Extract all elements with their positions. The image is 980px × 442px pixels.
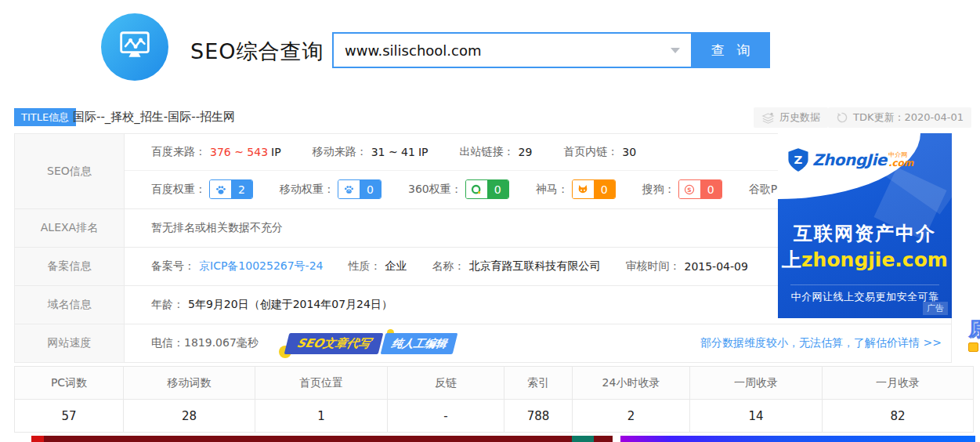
sogou-weight-badge[interactable]: S 0: [678, 179, 722, 199]
seo-query-page: SEO综合查询 查 询 TITLE信息 国际--_择校_招生-国际--招生网 历…: [0, 0, 980, 442]
ad-tag-label: 广告: [923, 302, 948, 315]
sticker-yellow-block: [968, 342, 978, 352]
zhongjie-ad-banner[interactable]: Z ZhongJie 中介网 .com 互联网资产中介 上zhongjie.co…: [778, 133, 952, 318]
mobile-traffic: 移动来路： 31 ~ 41 IP: [313, 145, 429, 159]
baidu-weight-badge[interactable]: 2: [209, 179, 253, 199]
row-speed: 网站速度 电信：1819.067毫秒 SEO文章代写 纯人工编辑 部分数据维度较…: [15, 324, 951, 362]
stats-value-row: 57 28 1 - 788 2 14 82: [15, 400, 973, 432]
search-input[interactable]: [332, 32, 691, 68]
icp-company-name: 北京育路互联科技有限公司: [468, 259, 600, 274]
shenma-weight: 神马： 0: [536, 179, 616, 199]
sogou-weight-label: 搜狗：: [642, 183, 675, 197]
icp-nature-group: 性质： 企业: [348, 259, 407, 274]
search-bar: 查 询: [332, 32, 770, 68]
stats-header-row: PC词数 移动词数 首页位置 反链 索引 24小时收录 一周收录 一月收录: [15, 367, 973, 400]
baidu-traffic-value: 376 ~ 543: [210, 146, 268, 158]
stats-value: 788: [504, 400, 573, 432]
history-data-button[interactable]: 历史数据: [754, 107, 828, 128]
sogou-weight: 搜狗： S 0: [642, 179, 722, 199]
title-info-badge: TITLE信息: [14, 108, 76, 126]
baidu-weight-label: 百度权重：: [151, 183, 206, 197]
search-box: [332, 32, 691, 68]
icp-name-group: 名称： 北京育路互联科技有限公司: [432, 259, 600, 274]
baidu-paw-icon: [210, 180, 231, 198]
page-title: SEO综合查询: [190, 38, 324, 66]
360-weight-badge[interactable]: 0: [465, 179, 509, 199]
icp-audit-label: 审核时间：: [625, 259, 680, 274]
shenma-weight-label: 神马：: [536, 183, 569, 197]
floating-sticker-ad[interactable]: 原: [968, 316, 980, 352]
promo-left-label: SEO文章代写: [295, 336, 372, 351]
sogou-weight-value: 0: [700, 180, 721, 198]
mobile-traffic-value: 31 ~ 41: [371, 146, 415, 158]
refresh-icon: [836, 111, 848, 124]
row-label-speed: 网站速度: [15, 324, 125, 362]
icp-number-label: 备案号：: [151, 259, 195, 274]
query-button[interactable]: 查 询: [691, 32, 770, 68]
estimate-detail-link[interactable]: 部分数据维度较小，无法估算，了解估价详情 >>: [700, 336, 951, 350]
stats-col-header: 一周收录: [690, 367, 823, 399]
stats-col-header: 移动词数: [124, 367, 255, 399]
stats-col-header: PC词数: [15, 367, 124, 399]
icp-audit-group: 审核时间： 2015-04-09: [625, 259, 747, 274]
row-label-alexa: ALEXA排名: [15, 209, 125, 247]
outbound-links-value: 29: [519, 146, 533, 158]
icp-audit-date: 2015-04-09: [684, 260, 747, 273]
homepage-inner-links-label: 首页内链：: [563, 145, 618, 159]
stats-value: 57: [15, 400, 124, 432]
mobile-weight: 移动权重： 0: [280, 179, 382, 199]
ad-headline: 互联网资产中介: [778, 221, 952, 246]
outbound-links-label: 出站链接：: [460, 145, 515, 159]
bottom-banner-right[interactable]: [620, 436, 975, 442]
stats-col-header: 一月收录: [823, 367, 973, 399]
promo-right-label: 纯人工编辑: [389, 336, 447, 350]
shenma-weight-badge[interactable]: 0: [572, 179, 616, 199]
stats-value: 14: [690, 400, 823, 432]
ad-logo-com: .com: [888, 158, 913, 168]
ad-domain-line: 上zhongjie.com: [778, 247, 952, 273]
telecom-speed-value: 电信：1819.067毫秒: [151, 336, 259, 350]
baidu-traffic: 百度来路： 376 ~ 543 IP: [151, 145, 281, 159]
row-label-domain: 域名信息: [15, 286, 125, 324]
icp-nature-label: 性质：: [348, 259, 381, 274]
stats-value: -: [388, 400, 504, 432]
stats-col-header: 反链: [388, 367, 504, 399]
stats-col-header: 索引: [504, 367, 573, 399]
360-weight-label: 360权重：: [408, 183, 462, 197]
mobile-traffic-label: 移动来路：: [313, 145, 367, 159]
homepage-inner-links: 首页内链： 30: [563, 145, 636, 159]
shenma-icon: [573, 180, 594, 198]
ad-logo-text: ZhongJie: [812, 150, 887, 169]
ad-divider: [790, 284, 940, 285]
baidu-traffic-label: 百度来路：: [151, 145, 206, 159]
stats-col-header: 24小时收录: [573, 367, 690, 399]
row-label-icp: 备案信息: [15, 248, 125, 285]
stats-value: 28: [124, 400, 255, 432]
dropdown-caret-icon[interactable]: [671, 48, 680, 53]
mobile-weight-badge[interactable]: 0: [338, 179, 382, 199]
shenma-weight-value: 0: [594, 180, 615, 198]
svg-text:Z: Z: [794, 153, 803, 167]
mobile-weight-label: 移动权重：: [280, 183, 335, 197]
bottom-banner-left[interactable]: [31, 436, 613, 442]
icp-number-link[interactable]: 京ICP备10025267号-24: [199, 259, 323, 274]
ad-domain-prefix: 上: [782, 248, 801, 271]
tdk-update-button[interactable]: TDK更新：2020-04-01: [828, 107, 971, 128]
icp-name-label: 名称：: [432, 259, 465, 274]
sticker-character: 原: [968, 316, 980, 342]
baidu-traffic-unit: IP: [271, 146, 281, 158]
mobile-weight-value: 0: [360, 180, 381, 198]
mobile-traffic-unit: IP: [418, 146, 429, 158]
domain-age-label: 年龄：: [151, 298, 184, 312]
tdk-update-label: TDK更新：2020-04-01: [853, 110, 964, 125]
domain-age-value: 5年9月20日（创建于2014年07月24日）: [188, 298, 392, 312]
shield-icon: Z: [787, 147, 809, 172]
site-title-text: 国际--_择校_招生-国际--招生网: [73, 110, 235, 125]
row-label-seo: SEO信息: [15, 134, 125, 208]
mobile-paw-icon: [338, 180, 360, 198]
ad-domain-text: zhongjie.com: [801, 248, 948, 271]
baidu-weight-value: 2: [231, 180, 252, 198]
history-layers-icon: [761, 112, 775, 124]
seo-article-promo-banner[interactable]: SEO文章代写 纯人工编辑: [287, 333, 455, 354]
360-weight-value: 0: [487, 180, 508, 198]
